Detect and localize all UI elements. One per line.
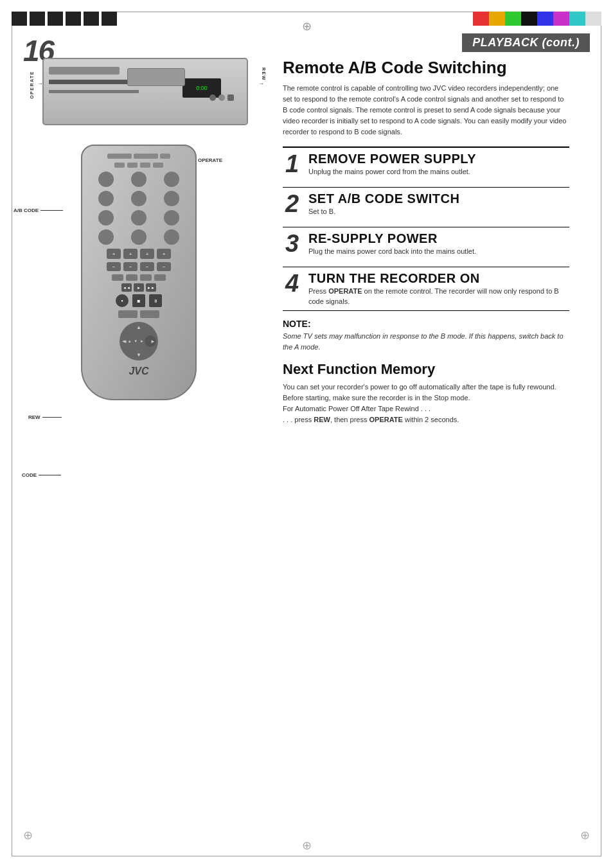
remote-btn-grid-3 xyxy=(91,210,186,226)
step-2-subtext: Set to B. xyxy=(308,207,569,217)
remote-body: + + + + − − − − ◄◄ ► ►► xyxy=(81,145,197,400)
note-section: NOTE: Some TV sets may malfunction in re… xyxy=(283,319,569,352)
steps-container: 1 REMOVE POWER SUPPLY Unplug the mains p… xyxy=(283,146,569,311)
remote-btn-grid-2 xyxy=(91,191,186,206)
remote-top-buttons xyxy=(91,154,186,159)
top-black-bar xyxy=(12,12,140,26)
remote-rew-label: REW xyxy=(28,414,62,420)
bottom-left-crosshair: ⊕ xyxy=(23,828,33,842)
remote-btn-grid-4 xyxy=(91,229,186,245)
bottom-right-crosshair: ⊕ xyxy=(580,828,590,842)
step-1: 1 REMOVE POWER SUPPLY Unplug the mains p… xyxy=(283,148,569,188)
remote-transport-row: ◄◄ ► ►► xyxy=(91,283,186,292)
step-4-operate-bold: OPERATE xyxy=(328,287,362,295)
remote-second-row xyxy=(91,163,186,168)
step-4-number: 4 xyxy=(283,267,306,310)
remote-symbol-row xyxy=(91,274,186,281)
top-color-bar xyxy=(473,12,601,26)
remote-illustration: OPERATE A/B CODE CODE REW xyxy=(62,145,216,400)
step-1-heading: REMOVE POWER SUPPLY xyxy=(308,152,569,166)
vcr-illustration: OPERATE REW 0:00 → → xyxy=(23,58,267,125)
step-1-number: 1 xyxy=(283,148,306,187)
nfm-text-3: . . . press REW, then press OPERATE with… xyxy=(283,416,459,423)
nfm-text: You can set your recorder's power to go … xyxy=(283,382,569,425)
remote-btn-grid-1 xyxy=(91,172,186,187)
next-function-memory-section: Next Function Memory You can set your re… xyxy=(283,361,569,425)
step-3-subtext: Plug the mains power cord back into the … xyxy=(308,247,569,256)
remote-code-label: CODE xyxy=(22,472,61,478)
top-center-crosshair: ⊕ xyxy=(301,21,312,32)
playback-header: PLAYBACK (cont.) xyxy=(462,33,590,52)
remote-jvc-label: JVC xyxy=(91,366,186,377)
step-3-heading: RE-SUPPLY POWER xyxy=(308,231,569,245)
bottom-center-crosshair: ⊕ xyxy=(302,838,312,853)
step-3-content: RE-SUPPLY POWER Plug the mains power cor… xyxy=(306,227,569,267)
step-1-content: REMOVE POWER SUPPLY Unplug the mains pow… xyxy=(306,148,569,187)
remote-stop-row: ● ■ ⏸ xyxy=(91,294,186,307)
step-2-number: 2 xyxy=(283,188,306,227)
vcr-operate-label: OPERATE xyxy=(30,71,34,99)
intro-text: The remote control is capable of control… xyxy=(283,83,569,137)
step-4-content: TURN THE RECORDER ON Press OPERATE on th… xyxy=(306,267,569,310)
remote-ab-code-label: A/B CODE xyxy=(13,208,63,213)
right-column: Remote A/B Code Switching The remote con… xyxy=(283,58,589,425)
remote-plus-minus-row: + + + + xyxy=(91,249,186,259)
step-3: 3 RE-SUPPLY POWER Plug the mains power c… xyxy=(283,227,569,267)
remote-minus-row: − − − − xyxy=(91,262,186,271)
nfm-title: Next Function Memory xyxy=(283,361,569,378)
vcr-rew-label: REW xyxy=(262,67,266,81)
step-4: 4 TURN THE RECORDER ON Press OPERATE on … xyxy=(283,267,569,311)
remote-dpad: ▲ ▼ ◄ ► xyxy=(120,322,158,360)
section-title: Remote A/B Code Switching xyxy=(283,58,569,78)
nfm-rew-bold: REW xyxy=(314,416,330,423)
step-2-heading: SET A/B CODE SWITCH xyxy=(308,191,569,206)
note-title: NOTE: xyxy=(283,319,569,329)
step-1-subtext: Unplug the mains power cord from the mai… xyxy=(308,167,569,177)
nfm-operate-bold: OPERATE xyxy=(369,416,403,423)
left-column: OPERATE REW 0:00 → → xyxy=(23,58,267,400)
step-2-content: SET A/B CODE SWITCH Set to B. xyxy=(306,188,569,227)
step-4-subtext: Press OPERATE on the remote control. The… xyxy=(308,287,569,306)
note-text: Some TV sets may malfunction in response… xyxy=(283,331,569,352)
remote-small-pair xyxy=(91,310,186,318)
step-2: 2 SET A/B CODE SWITCH Set to B. xyxy=(283,188,569,227)
step-4-heading: TURN THE RECORDER ON xyxy=(308,271,569,285)
vcr-body: 0:00 xyxy=(42,58,248,125)
step-3-number: 3 xyxy=(283,227,306,267)
